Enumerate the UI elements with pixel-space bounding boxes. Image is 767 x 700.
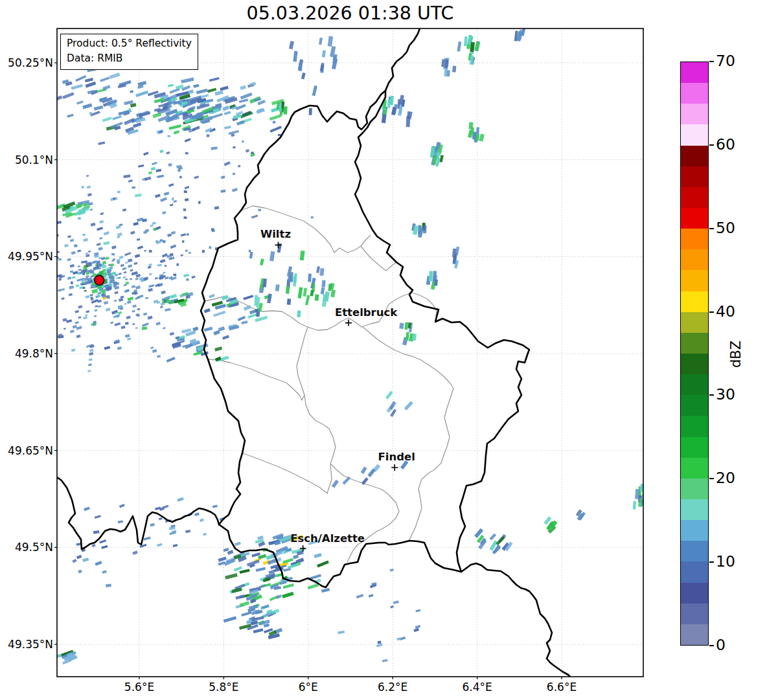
colorbar-segment <box>681 416 708 436</box>
y-tick-label: 49.95°N <box>0 250 53 263</box>
y-tick-label: 49.65°N <box>0 444 53 457</box>
echo-cluster <box>54 63 121 130</box>
colorbar-segment <box>681 270 708 291</box>
x-tick-label: 6.6°E <box>532 681 591 694</box>
colorbar-axis-label: dBZ <box>728 341 744 368</box>
colorbar-segment <box>681 437 708 458</box>
city-label: Wiltz <box>260 228 291 240</box>
radar-figure: 05.03.2026 01:38 UTC WiltzEttelbruckFind… <box>0 0 767 700</box>
colorbar-tick-mark <box>709 311 714 313</box>
colorbar <box>680 62 709 646</box>
colorbar-tick-label: 20 <box>716 469 735 487</box>
colorbar-segment <box>681 561 708 582</box>
echo-cluster <box>514 28 526 42</box>
y-tick-label: 49.8°N <box>0 347 53 360</box>
echo-cluster <box>385 390 413 417</box>
colorbar-tick-label: 60 <box>716 135 735 153</box>
colorbar-tick-label: 50 <box>716 219 735 237</box>
colorbar-segment <box>681 104 708 124</box>
colorbar-segment <box>681 333 708 354</box>
echo-cluster <box>97 77 284 135</box>
echo-cluster <box>277 102 288 116</box>
echo-cluster <box>376 627 419 662</box>
colorbar-segment <box>681 374 708 395</box>
echo-cluster <box>397 95 413 128</box>
y-tick-label: 50.1°N <box>0 153 53 166</box>
plot-frame <box>57 28 643 677</box>
colorbar-tick-label: 0 <box>716 636 726 654</box>
x-tick-label: 6.2°E <box>363 681 422 694</box>
colorbar-segment <box>681 604 708 624</box>
colorbar-segment <box>681 520 708 541</box>
colorbar-segment <box>681 354 708 374</box>
echo-cluster <box>430 142 444 167</box>
echo-cluster <box>411 223 426 238</box>
echo-cluster <box>52 650 78 665</box>
echo-cluster <box>72 506 111 587</box>
city-marker-icon <box>391 464 398 471</box>
colorbar-tick-label: 30 <box>716 385 735 403</box>
colorbar-tick-mark <box>709 228 714 229</box>
colorbar-tick-mark <box>709 478 714 479</box>
city-label: Esch/Alzette <box>290 532 365 545</box>
echo-cluster <box>166 326 229 363</box>
colorbar-segment <box>681 458 708 479</box>
colorbar-tick-label: 10 <box>716 552 735 570</box>
radar-echoes-layer <box>52 28 645 665</box>
x-tick-label: 6°E <box>279 681 338 694</box>
colorbar-segment <box>681 62 708 83</box>
echo-cluster <box>223 583 294 639</box>
echo-cluster <box>161 292 193 307</box>
colorbar-segment <box>681 624 708 645</box>
data-source-line: Data: RMIB <box>67 51 192 66</box>
canton-borders <box>205 206 453 562</box>
echo-cluster <box>310 278 336 307</box>
map-plot: WiltzEttelbruckFindelEsch/Alzette <box>0 0 767 700</box>
y-tick-label: 49.35°N <box>0 638 53 651</box>
x-tick-label: 6.4°E <box>448 681 507 694</box>
echo-cluster <box>468 122 485 142</box>
colorbar-tick-label: 40 <box>716 302 735 321</box>
echo-cluster <box>457 35 480 65</box>
colorbar-segment <box>681 187 708 208</box>
colorbar-tick-mark <box>709 645 714 646</box>
colorbar-segment <box>681 479 708 499</box>
colorbar-segment <box>681 208 708 229</box>
colorbar-segment <box>681 395 708 416</box>
colorbar-tick-mark <box>709 61 714 62</box>
echo-cluster <box>338 569 420 634</box>
city-label: Findel <box>378 451 415 463</box>
radar-site-dot <box>95 275 104 285</box>
x-tick-label: 5.8°E <box>194 681 253 694</box>
product-line: Product: 0.5° Reflectivity <box>67 36 192 51</box>
colorbar-segment <box>681 124 708 145</box>
colorbar-segment <box>681 312 708 333</box>
colorbar-tick-mark <box>709 394 714 396</box>
colorbar-segment <box>681 541 708 561</box>
gridlines <box>57 28 643 677</box>
colorbar-segment <box>681 499 708 520</box>
echo-cluster <box>289 38 325 115</box>
echo-cluster <box>93 497 225 555</box>
city-marker-icon <box>345 320 352 326</box>
colorbar-tick-mark <box>709 144 714 146</box>
product-info-box: Product: 0.5° Reflectivity Data: RMIB <box>60 34 198 70</box>
luxembourg-border <box>201 91 529 587</box>
echo-cluster <box>544 516 557 534</box>
city-layer: WiltzEttelbruckFindelEsch/Alzette <box>260 228 415 552</box>
colorbar-tick-mark <box>709 561 714 563</box>
city-label: Ettelbruck <box>335 306 398 319</box>
echo-cluster <box>322 36 338 70</box>
colorbar-segment <box>681 166 708 187</box>
colorbar-segment <box>681 291 708 312</box>
echo-cluster <box>332 460 409 488</box>
echo-cluster <box>56 218 189 350</box>
echo-cluster <box>452 247 459 269</box>
radar-clutter <box>0 175 196 372</box>
x-tick-label: 5.6°E <box>110 681 168 694</box>
colorbar-segment <box>681 146 708 166</box>
colorbar-segment <box>681 83 708 104</box>
colorbar-tick-label: 70 <box>716 52 735 70</box>
colorbar-segment <box>681 229 708 249</box>
echo-cluster <box>426 271 438 289</box>
